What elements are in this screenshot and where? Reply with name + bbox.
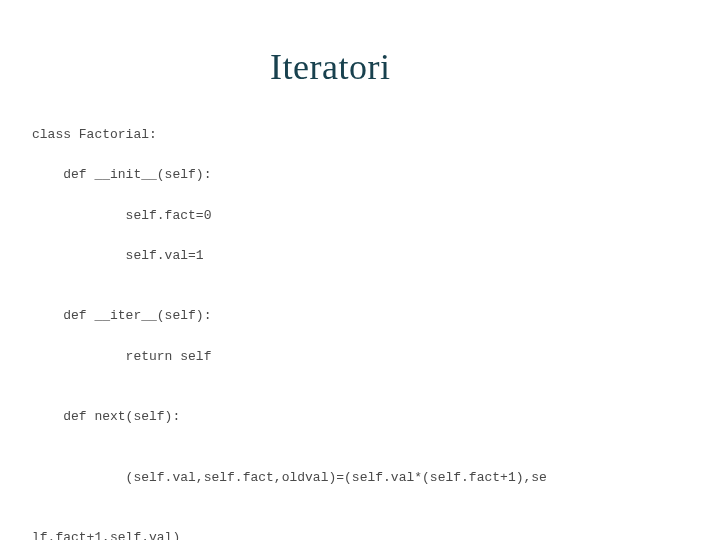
code-line: return self xyxy=(32,347,700,367)
code-line: lf.fact+1,self.val) xyxy=(32,528,700,540)
code-line: class Factorial: xyxy=(32,125,700,145)
code-line: def __init__(self): xyxy=(32,165,700,185)
code-line: self.val=1 xyxy=(32,246,700,266)
code-line: def __iter__(self): xyxy=(32,306,700,326)
code-block: class Factorial: def __init__(self): sel… xyxy=(32,105,700,540)
code-line: def next(self): xyxy=(32,407,700,427)
code-line: self.fact=0 xyxy=(32,206,700,226)
slide-title: Iteratori xyxy=(270,46,390,88)
code-line: (self.val,self.fact,oldval)=(self.val*(s… xyxy=(32,468,700,488)
